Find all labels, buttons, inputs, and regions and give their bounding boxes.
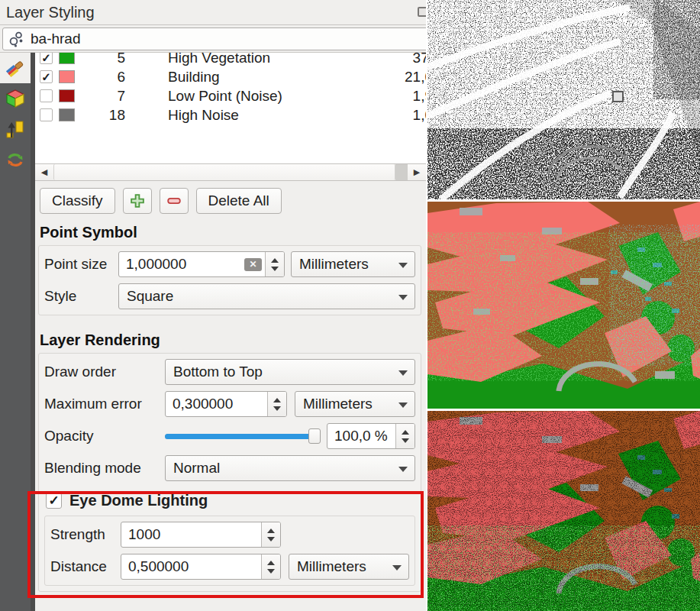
blending-mode-select[interactable]: Normal (165, 455, 415, 481)
visibility-checkbox[interactable]: ✓ (40, 108, 53, 121)
classification-list[interactable]: ✓ 5 High Vegetation 37, ✓ 6 Building 21,… (35, 53, 426, 181)
strength-input[interactable] (121, 526, 261, 543)
style-row: Style Square (44, 283, 415, 309)
scrollbar-track[interactable] (395, 164, 408, 180)
class-percent: 1,9 (413, 88, 426, 105)
spin-down-icon (267, 537, 275, 541)
tab-history[interactable] (0, 144, 31, 175)
point-size-input[interactable] (119, 256, 244, 273)
spin-up-icon (402, 430, 409, 435)
chevron-down-icon (392, 565, 402, 571)
point-size-field[interactable]: ✕ (118, 251, 285, 277)
eye-dome-lighting-checkbox[interactable]: ✓ (46, 493, 62, 509)
tab-symbology[interactable] (0, 53, 31, 83)
minus-icon (166, 192, 182, 209)
style-select[interactable]: Square (118, 283, 415, 309)
layer-name: ba-hrad (31, 31, 81, 47)
opacity-spinner[interactable] (395, 424, 415, 448)
opacity-field[interactable] (327, 423, 415, 449)
clear-value-icon[interactable]: ✕ (244, 258, 262, 271)
scroll-left-icon[interactable]: ◀ (35, 164, 53, 180)
tab-elevation[interactable] (0, 114, 31, 144)
remove-class-button[interactable] (160, 188, 189, 214)
draw-order-value: Bottom to Top (173, 364, 263, 380)
point-size-row: Point size ✕ Millimeters (44, 251, 415, 277)
history-arrows-icon (5, 149, 26, 170)
opacity-row: Opacity (44, 423, 415, 449)
point-size-label: Point size (44, 256, 118, 273)
class-label: Building (168, 69, 220, 86)
distance-field[interactable] (121, 554, 281, 580)
render-edl-grayscale (427, 0, 700, 199)
layer-selector[interactable]: ba-hrad (2, 27, 426, 50)
spin-down-icon (402, 438, 409, 443)
classification-row[interactable]: ✓ 6 Building 21,0 (40, 67, 426, 86)
classification-row[interactable]: ✓ 18 High Noise 1,0 (40, 105, 426, 124)
scrollbar-handle[interactable] (53, 164, 395, 180)
spin-down-icon (271, 267, 279, 271)
draw-order-label: Draw order (44, 364, 165, 380)
distance-row: Distance Millimeters (50, 554, 409, 580)
check-icon: ✓ (48, 494, 59, 507)
spin-down-icon (273, 406, 281, 411)
scroll-right-icon[interactable]: ▶ (408, 164, 426, 180)
eye-dome-lighting-group: Strength Distance (44, 516, 415, 586)
max-error-input[interactable] (166, 396, 267, 412)
point-size-spinner[interactable] (265, 252, 284, 276)
point-symbol-group: Point size ✕ Millimeters Style (38, 245, 421, 315)
slider-handle[interactable] (308, 428, 321, 444)
class-color-swatch[interactable] (59, 108, 75, 121)
opacity-label: Opacity (44, 428, 165, 445)
max-error-field[interactable] (165, 391, 287, 417)
render-classification-flat (427, 202, 700, 409)
max-error-unit-value: Millimeters (303, 396, 373, 412)
tab-3d-view[interactable] (0, 83, 31, 114)
eye-dome-lighting-label: Eye Dome Lighting (69, 492, 208, 509)
draw-order-select[interactable]: Bottom to Top (165, 359, 415, 385)
distance-unit-select[interactable]: Millimeters (289, 554, 409, 580)
point-size-unit-select[interactable]: Millimeters (291, 251, 415, 277)
add-class-button[interactable] (123, 188, 152, 214)
panel-title: Layer Styling (6, 4, 95, 21)
class-color-swatch[interactable] (59, 70, 75, 83)
classification-rows: ✓ 5 High Vegetation 37, ✓ 6 Building 21,… (35, 53, 426, 163)
strength-label: Strength (50, 526, 121, 543)
layer-styling-panel: Layer Styling ba-hrad (0, 0, 427, 611)
distance-spinner[interactable] (261, 554, 280, 579)
class-value: 5 (85, 53, 125, 66)
strength-field[interactable] (121, 522, 281, 548)
class-color-swatch[interactable] (59, 53, 75, 64)
delete-all-button[interactable]: Delete All (196, 188, 282, 214)
classify-button[interactable]: Classify (40, 188, 115, 214)
float-panel-icon[interactable] (418, 7, 427, 17)
distance-input[interactable] (121, 558, 261, 575)
point-size-unit-value: Millimeters (299, 256, 369, 273)
visibility-checkbox[interactable]: ✓ (40, 53, 53, 64)
class-percent: 21,0 (405, 69, 426, 86)
styling-tool-rail (0, 53, 31, 611)
max-error-spinner[interactable] (267, 392, 286, 416)
max-error-unit-select[interactable]: Millimeters (295, 391, 415, 417)
blending-mode-value: Normal (173, 460, 220, 477)
class-label: High Noise (168, 107, 239, 124)
point-symbol-heading: Point Symbol (40, 224, 421, 241)
opacity-input[interactable] (327, 428, 395, 445)
opacity-slider[interactable] (165, 428, 321, 444)
spin-up-icon (273, 398, 281, 402)
chevron-down-icon (398, 263, 408, 268)
class-value: 7 (85, 88, 125, 105)
visibility-checkbox[interactable]: ✓ (40, 70, 53, 83)
list-horizontal-scrollbar[interactable]: ◀ ▶ (35, 163, 426, 180)
panel-header: Layer Styling (0, 0, 426, 25)
classification-row[interactable]: ✓ 7 Low Point (Noise) 1,9 (40, 86, 426, 105)
max-error-row: Maximum error Millimeters (44, 391, 415, 417)
class-color-swatch[interactable] (59, 89, 75, 102)
elevation-icon (5, 118, 26, 140)
spin-up-icon (267, 561, 275, 565)
strength-spinner[interactable] (261, 522, 280, 547)
classification-actions: Classify Delete All (40, 188, 420, 214)
check-icon: ✓ (41, 71, 51, 82)
visibility-checkbox[interactable]: ✓ (40, 89, 53, 102)
chevron-down-icon (398, 402, 408, 408)
classification-row[interactable]: ✓ 5 High Vegetation 37, (40, 53, 426, 67)
